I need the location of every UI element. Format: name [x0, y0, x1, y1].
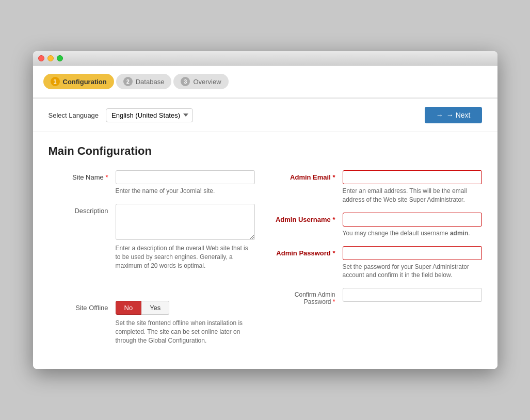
step-database[interactable]: 2 Database	[116, 74, 172, 89]
admin-password-control: Set the password for your Super Administ…	[343, 246, 482, 280]
site-name-label: Site Name *	[49, 170, 116, 196]
site-offline-label: Site Offline	[49, 301, 116, 345]
step-2-number: 2	[123, 77, 133, 86]
step-1-number: 1	[51, 77, 60, 86]
description-row: Description Enter a description of the o…	[49, 204, 255, 270]
admin-username-row: Admin Username * You may change the defa…	[276, 213, 482, 238]
right-column: Admin Email * Enter an email address. Th…	[276, 170, 482, 353]
minimize-button[interactable]	[47, 55, 54, 61]
next-button-label: → Next	[446, 111, 471, 119]
language-select[interactable]: English (United States) French German Sp…	[106, 108, 193, 122]
next-button[interactable]: → → Next	[425, 107, 482, 123]
admin-password-help: Set the password for your Super Administ…	[343, 263, 482, 280]
confirm-admin-password-input[interactable]	[343, 288, 482, 302]
admin-email-control: Enter an email address. This will be the…	[343, 170, 482, 204]
close-button[interactable]	[38, 55, 44, 61]
window-content: 1 Configuration 2 Database 3 Overview Se…	[33, 66, 497, 369]
step-3-number: 3	[181, 77, 190, 86]
language-label: Select Language	[49, 111, 99, 119]
site-name-help: Enter the name of your Joomla! site.	[116, 187, 255, 196]
description-control: Enter a description of the overall Web s…	[116, 204, 255, 270]
arrow-icon: →	[436, 111, 443, 119]
step-2-label: Database	[136, 78, 165, 86]
steps-navigation: 1 Configuration 2 Database 3 Overview	[33, 66, 497, 99]
site-name-input[interactable]	[116, 170, 255, 184]
description-textarea[interactable]	[116, 204, 255, 240]
step-overview[interactable]: 3 Overview	[173, 74, 228, 89]
site-name-row: Site Name * Enter the name of your Jooml…	[49, 170, 255, 196]
admin-password-input[interactable]	[343, 246, 482, 260]
admin-username-help: You may change the default username admi…	[343, 229, 482, 238]
step-configuration[interactable]: 1 Configuration	[43, 74, 114, 89]
form-grid: Site Name * Enter the name of your Jooml…	[49, 170, 482, 353]
admin-username-control: You may change the default username admi…	[343, 213, 482, 238]
main-content: Main Configuration Site Name * Enter the…	[33, 132, 497, 369]
admin-email-help: Enter an email address. This will be the…	[343, 187, 482, 204]
language-bar: Select Language English (United States) …	[33, 99, 497, 132]
traffic-lights	[38, 55, 63, 61]
admin-email-row: Admin Email * Enter an email address. Th…	[276, 170, 482, 204]
confirm-admin-password-label: Confirm Admin Password *	[276, 288, 343, 305]
confirm-admin-password-control	[343, 288, 482, 305]
site-offline-no-button[interactable]: No	[116, 301, 142, 315]
step-1-label: Configuration	[63, 78, 107, 86]
admin-username-input[interactable]	[343, 213, 482, 227]
admin-email-label: Admin Email *	[276, 170, 343, 204]
description-label: Description	[49, 204, 116, 270]
admin-password-label: Admin Password *	[276, 246, 343, 280]
title-bar	[33, 51, 497, 66]
admin-email-input[interactable]	[343, 170, 482, 184]
left-column: Site Name * Enter the name of your Jooml…	[49, 170, 255, 353]
description-help: Enter a description of the overall Web s…	[116, 244, 255, 270]
application-window: 1 Configuration 2 Database 3 Overview Se…	[33, 51, 497, 369]
section-title: Main Configuration	[49, 144, 482, 158]
step-3-label: Overview	[193, 78, 221, 86]
admin-username-label: Admin Username *	[276, 213, 343, 238]
maximize-button[interactable]	[57, 55, 63, 61]
site-offline-help: Set the site frontend offline when insta…	[116, 319, 255, 345]
site-offline-control: No Yes Set the site frontend offline whe…	[116, 301, 255, 345]
language-bar-left: Select Language English (United States) …	[49, 108, 194, 122]
site-name-control: Enter the name of your Joomla! site.	[116, 170, 255, 196]
site-offline-toggle: No Yes	[116, 301, 255, 315]
site-offline-row: Site Offline No Yes Set the site fronten…	[49, 301, 255, 345]
confirm-admin-password-row: Confirm Admin Password *	[276, 288, 482, 305]
site-offline-yes-button[interactable]: Yes	[141, 301, 169, 315]
admin-password-row: Admin Password * Set the password for yo…	[276, 246, 482, 280]
